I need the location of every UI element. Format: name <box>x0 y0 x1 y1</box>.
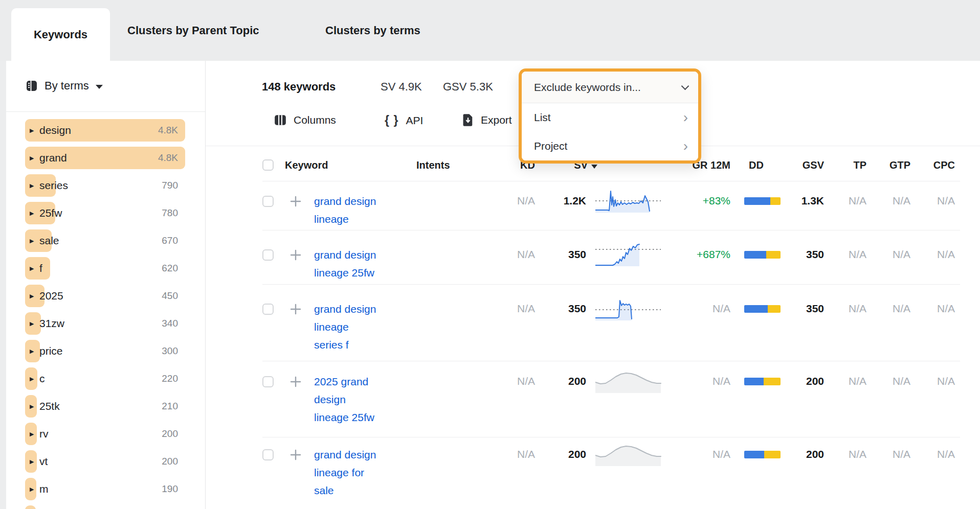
term-row[interactable]: ▶vt200 <box>6 450 205 473</box>
keyword-line: design <box>314 390 409 408</box>
keyword-link[interactable]: grand designlineage 25fw <box>314 246 409 282</box>
sv-value: 350 <box>543 248 586 261</box>
term-value-bar <box>25 257 50 280</box>
caret-right-icon[interactable]: ▶ <box>30 211 34 216</box>
add-keyword-icon[interactable] <box>289 195 302 210</box>
caret-right-icon[interactable]: ▶ <box>30 459 34 465</box>
by-terms-dropdown[interactable]: By terms <box>26 79 103 92</box>
keyword-line: grand design <box>314 246 409 264</box>
col-header-cpc[interactable]: CPC <box>912 159 955 171</box>
caret-right-icon[interactable]: ▶ <box>30 349 34 354</box>
add-keyword-icon[interactable] <box>289 303 302 317</box>
caret-right-icon[interactable]: ▶ <box>30 238 34 244</box>
columns-button[interactable]: Columns <box>274 113 336 127</box>
term-row[interactable]: ▶sale670 <box>6 229 205 252</box>
dd-bar <box>744 197 781 205</box>
trend-sparkline <box>595 297 662 321</box>
col-header-tp[interactable]: TP <box>824 159 866 171</box>
term-row[interactable]: ▶25tk210 <box>6 395 205 418</box>
term-row[interactable]: ▶m190 <box>6 478 205 500</box>
caret-right-icon[interactable]: ▶ <box>30 183 34 189</box>
terms-sidebar: By terms ▶design4.8K▶grand4.8K▶series790… <box>6 61 205 509</box>
kd-value: N/A <box>491 303 535 315</box>
by-terms-label: By terms <box>44 79 89 92</box>
keyword-line: sale <box>314 481 409 499</box>
cpc-value: N/A <box>912 448 955 460</box>
trend-sparkline <box>595 370 662 394</box>
add-keyword-icon[interactable] <box>289 249 302 263</box>
term-value-bar <box>25 505 36 509</box>
col-header-gsv[interactable]: GSV <box>778 159 824 171</box>
tp-value: N/A <box>824 248 866 261</box>
gsv-value: 350 <box>778 303 824 315</box>
content-card: By terms ▶design4.8K▶grand4.8K▶series790… <box>6 61 980 509</box>
trend-sparkline <box>595 443 662 467</box>
sv-total: SV 4.9K <box>381 80 422 94</box>
term-count: 780 <box>162 207 178 219</box>
add-keyword-icon[interactable] <box>289 449 302 463</box>
menu-item-project[interactable]: Project › <box>522 132 698 160</box>
select-all-checkbox[interactable] <box>262 159 274 171</box>
term-label: price <box>39 345 63 357</box>
caret-right-icon[interactable]: ▶ <box>30 155 34 161</box>
api-button[interactable]: { } API <box>385 113 423 127</box>
caret-right-icon[interactable]: ▶ <box>30 128 34 133</box>
kd-value: N/A <box>491 448 535 460</box>
row-checkbox[interactable] <box>262 449 274 460</box>
row-checkbox[interactable] <box>262 196 274 207</box>
term-row[interactable]: ▶f620 <box>6 257 205 280</box>
row-divider <box>262 361 960 361</box>
keyword-line: series f <box>314 336 409 354</box>
keyword-table-row: grand designlineage forsaleN/A200N/A200N… <box>206 437 980 509</box>
sidebar-divider <box>6 111 205 112</box>
caret-right-icon[interactable]: ▶ <box>30 321 34 327</box>
exclude-keywords-label: Exclude keywords in... <box>534 81 641 94</box>
cpc-value: N/A <box>912 303 955 315</box>
caret-right-icon[interactable]: ▶ <box>30 293 34 299</box>
caret-right-icon[interactable]: ▶ <box>30 431 34 437</box>
keyword-link[interactable]: grand designlineage <box>314 192 409 228</box>
term-label: m <box>39 483 49 495</box>
menu-item-list[interactable]: List › <box>522 103 698 132</box>
col-header-intents[interactable]: Intents <box>416 159 450 171</box>
tab-clusters-by-parent-topic[interactable]: Clusters by Parent Topic <box>127 0 259 61</box>
caret-right-icon[interactable]: ▶ <box>30 376 34 382</box>
term-row[interactable]: ▶c220 <box>6 367 205 390</box>
term-row[interactable]: ▶31zw340 <box>6 312 205 335</box>
row-checkbox[interactable] <box>262 249 274 261</box>
chevron-down-icon <box>681 82 689 90</box>
term-row[interactable]: ▶grand4.8K <box>6 147 205 169</box>
keyword-link[interactable]: grand designlineageseries f <box>314 300 409 354</box>
term-count: 200 <box>162 428 178 439</box>
col-header-gtp[interactable]: GTP <box>868 159 910 171</box>
term-label: rv <box>39 428 49 440</box>
row-checkbox[interactable] <box>262 304 274 315</box>
sv-value: 1.2K <box>543 195 586 207</box>
term-row[interactable]: ▶25fw780 <box>6 202 205 224</box>
term-row[interactable]: ▶rv200 <box>6 423 205 445</box>
tab-clusters-by-terms[interactable]: Clusters by terms <box>325 0 420 61</box>
term-label: c <box>39 373 45 385</box>
add-keyword-icon[interactable] <box>289 376 302 390</box>
caret-right-icon[interactable]: ▶ <box>30 404 34 409</box>
term-row[interactable]: ▶series790 <box>6 174 205 197</box>
term-row[interactable] <box>6 505 205 509</box>
caret-right-icon[interactable]: ▶ <box>30 487 34 492</box>
term-row[interactable]: ▶design4.8K <box>6 119 205 142</box>
col-header-dd[interactable]: DD <box>749 159 764 171</box>
caret-right-icon[interactable]: ▶ <box>30 266 34 271</box>
keyword-link[interactable]: grand designlineage forsale <box>314 446 409 499</box>
tab-keywords[interactable]: Keywords <box>11 8 110 61</box>
term-row[interactable]: ▶2025450 <box>6 285 205 307</box>
keyword-line: lineage <box>314 210 409 228</box>
keyword-link[interactable]: 2025 granddesignlineage 25fw <box>314 373 409 426</box>
row-checkbox[interactable] <box>262 376 274 387</box>
export-button[interactable]: Export <box>462 113 512 127</box>
sv-value: 200 <box>543 375 586 387</box>
col-header-keyword[interactable]: Keyword <box>285 159 328 171</box>
exclude-keywords-dropdown[interactable]: Exclude keywords in... <box>522 72 698 103</box>
tp-value: N/A <box>824 375 866 387</box>
term-count: 340 <box>162 318 178 329</box>
term-row[interactable]: ▶price300 <box>6 340 205 362</box>
term-count: 670 <box>162 235 178 246</box>
